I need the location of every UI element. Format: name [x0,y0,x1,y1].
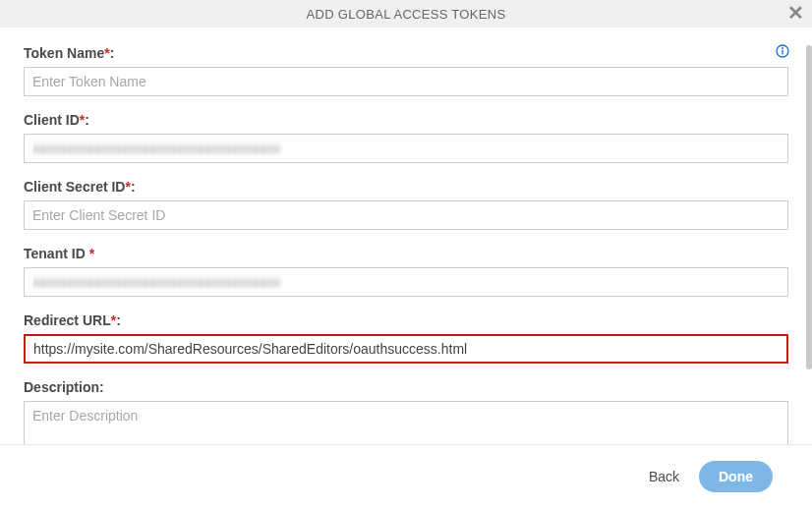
label-tenant-id: Tenant ID * [24,246,788,261]
back-button[interactable]: Back [643,463,685,490]
row-client-secret: Client Secret ID*: [24,179,788,230]
label-text: Redirect URL [24,312,111,328]
token-name-input[interactable] [24,67,788,96]
label-text: Description [24,379,99,395]
colon: : [110,45,115,61]
description-input[interactable] [24,401,788,444]
tenant-id-input[interactable] [24,267,788,297]
label-text: Tenant ID [24,246,86,261]
scrollbar[interactable] [806,45,812,444]
label-text: Client ID [24,112,80,128]
scrollbar-thumb[interactable] [806,45,812,369]
required-asterisk: * [89,246,94,261]
done-button[interactable]: Done [699,461,773,492]
modal-footer: Back Done [0,444,812,508]
label-description: Description: [24,379,788,395]
svg-point-1 [782,47,783,49]
client-secret-input[interactable] [24,200,788,230]
modal-title: ADD GLOBAL ACCESS TOKENS [307,7,506,22]
content-wrap: Token Name*: Client ID*: Client Secret I… [0,28,812,444]
colon: : [85,112,89,128]
colon: : [99,379,104,395]
colon: : [131,179,136,195]
client-id-input[interactable] [24,134,788,163]
label-token-name: Token Name*: [24,45,788,61]
close-icon[interactable]: ✕ [787,3,804,23]
row-redirect-url: Redirect URL*: [24,312,788,364]
label-redirect-url: Redirect URL*: [24,312,788,328]
row-tenant-id: Tenant ID * [24,246,788,297]
svg-rect-2 [782,50,783,55]
colon: : [116,312,121,328]
form-content: Token Name*: Client ID*: Client Secret I… [0,28,806,444]
label-text: Token Name [24,45,104,61]
label-client-id: Client ID*: [24,112,788,128]
label-client-secret: Client Secret ID*: [24,179,788,195]
label-text: Client Secret ID [24,179,125,195]
info-icon[interactable] [775,43,790,62]
modal-header: ADD GLOBAL ACCESS TOKENS ✕ [0,0,812,28]
row-token-name: Token Name*: [24,45,788,96]
row-description: Description: [24,379,788,444]
row-client-id: Client ID*: [24,112,788,163]
redirect-url-input[interactable] [24,334,788,364]
